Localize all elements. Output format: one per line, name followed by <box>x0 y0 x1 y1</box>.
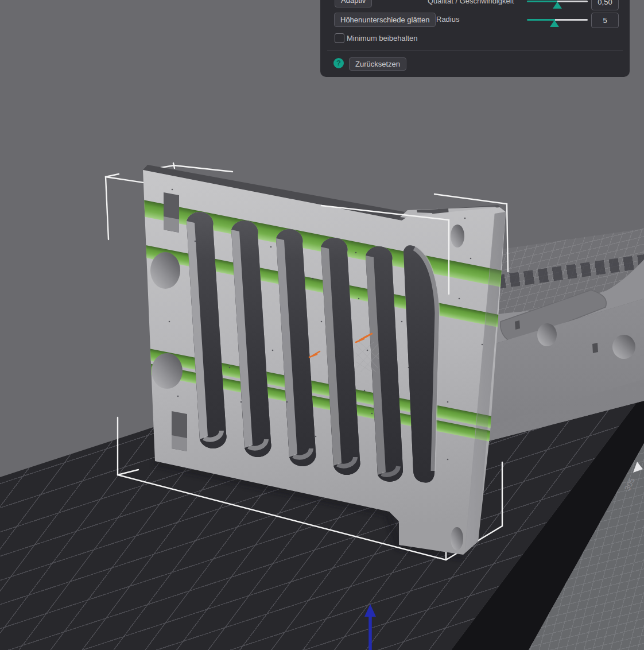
keep-minimum-label: Minimum beibehalten <box>347 34 418 42</box>
3d-viewport[interactable]: 305 Adaptiv Qualität / Geschwindigkeit 0… <box>0 0 644 650</box>
smooth-height-differences-button[interactable]: Höhenunterschiede glätten <box>334 13 436 27</box>
radius-value-input[interactable]: 5 <box>591 13 619 28</box>
help-icon[interactable]: ? <box>333 58 344 68</box>
quality-speed-label: Qualität / Geschwindigkeit <box>428 0 514 5</box>
panel-divider <box>327 51 623 51</box>
slicer-app: { "panel": { "row_adaptive": { "button_l… <box>0 0 644 650</box>
radius-label: Radius <box>436 15 459 24</box>
adaptive-button[interactable]: Adaptiv <box>335 0 372 7</box>
main-model[interactable] <box>0 0 644 650</box>
radius-slider-thumb[interactable] <box>550 20 559 27</box>
quality-speed-value-input[interactable]: 0,50 <box>591 0 619 10</box>
reset-button[interactable]: Zurücksetzen <box>349 57 406 71</box>
keep-minimum-checkbox[interactable] <box>335 33 344 43</box>
adaptive-layer-height-panel: Adaptiv Qualität / Geschwindigkeit 0,50 … <box>320 0 630 77</box>
quality-speed-slider-thumb[interactable] <box>553 2 562 9</box>
